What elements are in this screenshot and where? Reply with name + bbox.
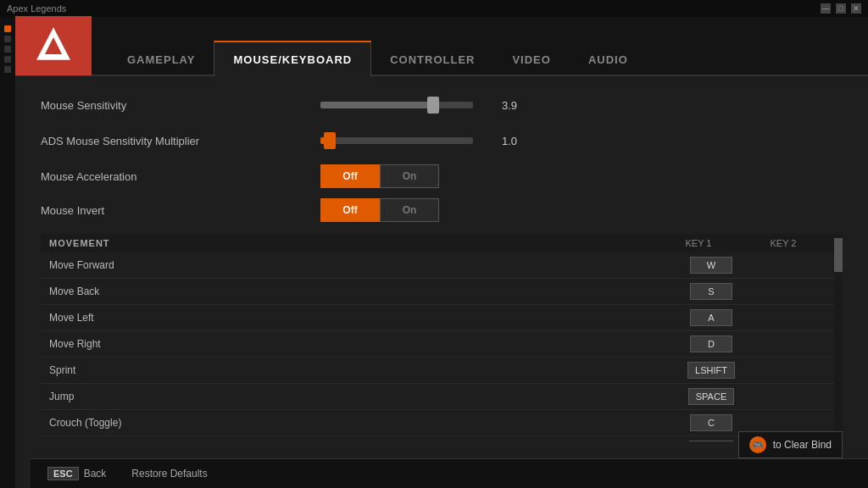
svg-rect-2 bbox=[51, 44, 57, 54]
key-c[interactable]: C bbox=[690, 414, 732, 431]
tab-audio[interactable]: AUDIO bbox=[570, 41, 647, 76]
header: GAMEPLAY MOUSE/KEYBOARD CONTROLLER VIDEO… bbox=[15, 17, 868, 76]
restore-defaults-label[interactable]: Restore Defaults bbox=[131, 468, 207, 480]
maximize-button[interactable]: □ bbox=[836, 3, 846, 14]
key-s[interactable]: S bbox=[690, 283, 732, 300]
scrollbar-track[interactable] bbox=[834, 234, 843, 441]
ads-sensitivity-value: 1.0 bbox=[483, 135, 517, 147]
ads-sensitivity-slider[interactable] bbox=[320, 137, 473, 144]
key-a[interactable]: A bbox=[690, 309, 732, 326]
action-label: Move Forward bbox=[49, 259, 673, 271]
mouse-sensitivity-slider[interactable] bbox=[320, 102, 473, 108]
window-title: Apex Legends bbox=[7, 3, 66, 14]
key1-badge[interactable]: W bbox=[673, 257, 749, 274]
ads-sensitivity-row: ADS Mouse Sensitivity Multiplier 1.0 bbox=[41, 129, 843, 152]
movement-section-header: MOVEMENT KEY 1 KEY 2 bbox=[41, 234, 834, 252]
key-d[interactable]: D bbox=[690, 336, 732, 352]
mouse-acceleration-label: Mouse Acceleration bbox=[41, 170, 320, 183]
minimize-button[interactable]: — bbox=[821, 3, 831, 14]
mouse-acceleration-on[interactable]: On bbox=[380, 164, 439, 188]
keybinds-wrapper: MOVEMENT KEY 1 KEY 2 Move Forward W Move… bbox=[41, 234, 843, 441]
sidebar-indicator bbox=[4, 36, 11, 42]
main-content: GAMEPLAY MOUSE/KEYBOARD CONTROLLER VIDEO… bbox=[15, 17, 868, 488]
left-sidebar bbox=[0, 17, 15, 488]
keybind-crouch-hold: Crouch (Hold) LCTRL bbox=[41, 436, 834, 441]
mouse-acceleration-off[interactable]: Off bbox=[320, 164, 380, 188]
key-w[interactable]: W bbox=[690, 257, 732, 274]
apex-logo bbox=[32, 25, 75, 67]
scrollbar-thumb[interactable] bbox=[834, 238, 843, 272]
ads-sensitivity-label: ADS Mouse Sensitivity Multiplier bbox=[41, 135, 320, 147]
mouse-invert-on[interactable]: On bbox=[380, 198, 439, 222]
movement-col2: KEY 2 bbox=[741, 238, 826, 248]
logo-area bbox=[15, 16, 92, 75]
mouse-sensitivity-value: 3.9 bbox=[483, 99, 517, 112]
key-lctrl[interactable]: LCTRL bbox=[689, 441, 734, 441]
action-label: Jump bbox=[49, 391, 673, 402]
settings-content: Mouse Sensitivity 3.9 ADS Mouse Sensitiv… bbox=[15, 76, 868, 458]
mouse-invert-off[interactable]: Off bbox=[320, 198, 380, 222]
action-label: Crouch (Toggle) bbox=[49, 417, 673, 429]
mouse-sensitivity-row: Mouse Sensitivity 3.9 bbox=[41, 93, 843, 117]
sidebar-indicator bbox=[4, 25, 11, 32]
tab-video[interactable]: VIDEO bbox=[493, 41, 569, 76]
movement-title: MOVEMENT bbox=[49, 238, 656, 248]
mouse-invert-toggle[interactable]: Off On bbox=[320, 198, 439, 222]
key1-badge[interactable]: SPACE bbox=[673, 388, 749, 405]
keybind-move-forward: Move Forward W bbox=[41, 252, 834, 279]
restore-defaults-item[interactable]: Restore Defaults bbox=[131, 468, 207, 480]
controller-icon: 🎮 bbox=[749, 436, 766, 453]
tab-mouse-keyboard[interactable]: MOUSE/KEYBOARD bbox=[214, 41, 371, 76]
key-lshift[interactable]: LSHIFT bbox=[687, 362, 735, 379]
action-label: Move Left bbox=[49, 312, 673, 324]
keybinds-section: MOVEMENT KEY 1 KEY 2 Move Forward W Move… bbox=[41, 234, 843, 441]
movement-col1: KEY 1 bbox=[656, 238, 741, 248]
sidebar-indicator bbox=[4, 66, 11, 73]
keybind-sprint: Sprint LSHIFT bbox=[41, 358, 834, 384]
keybind-move-left: Move Left A bbox=[41, 305, 834, 331]
mouse-invert-row: Mouse Invert Off On bbox=[41, 198, 843, 222]
mouse-acceleration-toggle[interactable]: Off On bbox=[320, 164, 439, 188]
sidebar-indicator bbox=[4, 56, 11, 63]
window-controls[interactable]: — □ ✕ bbox=[821, 3, 861, 14]
key-space[interactable]: SPACE bbox=[688, 388, 734, 405]
title-bar: Apex Legends — □ ✕ bbox=[0, 0, 868, 17]
action-label: Move Back bbox=[49, 286, 673, 297]
keybind-jump: Jump SPACE bbox=[41, 384, 834, 410]
back-label: Back bbox=[84, 468, 107, 480]
keybind-crouch-toggle: Crouch (Toggle) C bbox=[41, 410, 834, 436]
close-button[interactable]: ✕ bbox=[851, 3, 861, 14]
mouse-sensitivity-label: Mouse Sensitivity bbox=[41, 99, 320, 112]
nav-tabs: GAMEPLAY MOUSE/KEYBOARD CONTROLLER VIDEO… bbox=[92, 17, 647, 75]
esc-key[interactable]: ESC bbox=[47, 467, 79, 480]
sidebar-indicator bbox=[4, 46, 11, 53]
key1-badge[interactable]: A bbox=[673, 309, 749, 326]
action-label: Move Right bbox=[49, 338, 673, 350]
mouse-invert-label: Mouse Invert bbox=[41, 204, 320, 217]
keybind-move-right: Move Right D bbox=[41, 331, 834, 358]
tab-gameplay[interactable]: GAMEPLAY bbox=[108, 41, 214, 76]
clear-bind-tooltip: 🎮 to Clear Bind bbox=[738, 431, 843, 458]
key1-badge[interactable]: D bbox=[673, 336, 749, 352]
key1-badge[interactable]: LSHIFT bbox=[673, 362, 749, 379]
tab-controller[interactable]: CONTROLLER bbox=[371, 41, 493, 76]
back-item[interactable]: ESC Back bbox=[47, 467, 106, 480]
keybind-move-back: Move Back S bbox=[41, 279, 834, 305]
footer: ESC Back Restore Defaults bbox=[31, 458, 868, 488]
key1-badge[interactable]: S bbox=[673, 283, 749, 300]
action-label: Sprint bbox=[49, 364, 673, 376]
key1-badge[interactable]: C bbox=[673, 414, 749, 431]
mouse-acceleration-row: Mouse Acceleration Off On bbox=[41, 164, 843, 188]
tooltip-text: to Clear Bind bbox=[773, 439, 832, 451]
